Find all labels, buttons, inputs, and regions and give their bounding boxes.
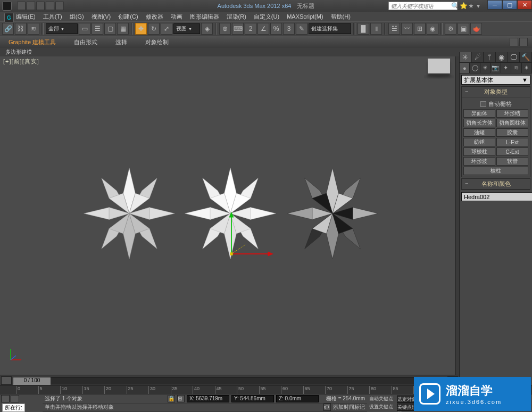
hierarchy-tab-icon[interactable]: ᛘ bbox=[484, 52, 496, 62]
lights-icon[interactable]: ☀ bbox=[480, 63, 491, 73]
utilities-tab-icon[interactable]: 🔨 bbox=[520, 52, 532, 62]
geometry-icon[interactable]: ● bbox=[460, 63, 470, 73]
time-slider-track[interactable]: 0 / 100 bbox=[13, 377, 446, 384]
app-icon[interactable] bbox=[2, 1, 12, 11]
time-slider-handle[interactable]: 0 / 100 bbox=[13, 377, 51, 385]
hose-button[interactable]: 软管 bbox=[496, 157, 528, 166]
rollout-header-object-type[interactable]: 对象类型 bbox=[462, 87, 530, 97]
help-search-input[interactable] bbox=[388, 2, 458, 10]
render-setup-icon[interactable]: ⚙ bbox=[445, 23, 456, 35]
menu-customize[interactable]: 自定义(U) bbox=[254, 13, 279, 21]
signin-icon[interactable]: ⭐ bbox=[460, 2, 467, 10]
modify-tab-icon[interactable]: ☄ bbox=[472, 52, 484, 62]
maxscript-mini-icon[interactable] bbox=[1, 395, 10, 402]
qat-save-icon[interactable] bbox=[36, 2, 45, 10]
oiltank-button[interactable]: 油罐 bbox=[463, 128, 495, 137]
application-menu-icon[interactable]: G bbox=[4, 13, 14, 22]
torus-knot-button[interactable]: 环形结 bbox=[496, 109, 528, 118]
menu-tools[interactable]: 工具(T) bbox=[43, 13, 62, 21]
set-key-button[interactable]: 设置关键点 bbox=[369, 403, 396, 411]
graphite-tab-freeform[interactable]: 自由形式 bbox=[70, 37, 102, 47]
menu-views[interactable]: 视图(V) bbox=[92, 13, 111, 21]
close-button[interactable]: ✕ bbox=[517, 0, 532, 10]
manipulate-icon[interactable]: ⊕ bbox=[219, 23, 231, 35]
ringwave-button[interactable]: 环形波 bbox=[463, 157, 495, 166]
selection-filter-dropdown[interactable]: 全部 bbox=[46, 23, 78, 34]
menu-modifiers[interactable]: 修改器 bbox=[146, 13, 163, 21]
link-icon[interactable]: 🔗 bbox=[2, 23, 14, 35]
menu-help[interactable]: 帮助(H) bbox=[331, 13, 351, 21]
layer-manager-icon[interactable]: ☱ bbox=[388, 23, 400, 35]
select-scale-icon[interactable]: ⤢ bbox=[161, 23, 172, 35]
ribbon-min-icon[interactable] bbox=[519, 38, 528, 46]
material-editor-icon[interactable]: ◉ bbox=[427, 23, 438, 35]
display-tab-icon[interactable]: 🖵 bbox=[508, 52, 520, 62]
edit-named-sel-icon[interactable]: ✎ bbox=[296, 23, 307, 35]
qat-open-icon[interactable] bbox=[27, 2, 35, 10]
render-production-icon[interactable]: 🫖 bbox=[470, 23, 482, 35]
cext-button[interactable]: C-Ext bbox=[496, 147, 528, 156]
z-coord-input[interactable] bbox=[276, 395, 319, 402]
hedra-object-3[interactable] bbox=[282, 163, 383, 264]
motion-tab-icon[interactable]: ◉ bbox=[496, 52, 508, 62]
schematic-view-icon[interactable]: ⊞ bbox=[414, 23, 426, 35]
select-object-icon[interactable]: ▭ bbox=[79, 23, 90, 35]
keyboard-shortcut-icon[interactable]: ⌨ bbox=[232, 23, 244, 35]
viewcube[interactable] bbox=[423, 59, 455, 85]
hedra-button[interactable]: 异面体 bbox=[463, 109, 495, 118]
minimize-button[interactable]: ─ bbox=[487, 0, 502, 10]
graphite-tab-modeling[interactable]: Graphite 建模工具 bbox=[4, 37, 60, 47]
rendered-frame-icon[interactable]: ▣ bbox=[458, 23, 469, 35]
search-icon[interactable]: 🔍 bbox=[451, 2, 459, 10]
pivot-center-icon[interactable]: ◈ bbox=[201, 23, 213, 35]
qat-redo-icon[interactable] bbox=[55, 2, 64, 10]
time-tag-icon[interactable]: 🏷 bbox=[323, 403, 331, 411]
viewport-scrollbar[interactable] bbox=[455, 56, 459, 375]
menu-graph-editors[interactable]: 图形编辑器 bbox=[190, 13, 219, 21]
bind-spacewarp-icon[interactable]: ≋ bbox=[28, 23, 39, 35]
x-coord-input[interactable] bbox=[187, 395, 229, 402]
qat-new-icon[interactable] bbox=[17, 2, 26, 10]
menu-animation[interactable]: 动画 bbox=[171, 13, 182, 21]
spinner-snap-icon[interactable]: 3 bbox=[283, 23, 295, 35]
menu-rendering[interactable]: 渲染(R) bbox=[227, 13, 246, 21]
select-move-icon[interactable]: ✥ bbox=[135, 23, 147, 35]
hedra-object-1[interactable] bbox=[79, 163, 180, 264]
angle-snap-icon[interactable]: ∠ bbox=[257, 23, 269, 35]
rollout-header-name-color[interactable]: 名称和颜色 bbox=[462, 179, 530, 189]
select-rotate-icon[interactable]: ↻ bbox=[148, 23, 160, 35]
named-selection-dropdown[interactable]: 创建选择集 bbox=[309, 23, 351, 34]
listener-icon[interactable] bbox=[11, 395, 19, 402]
lext-button[interactable]: L-Ext bbox=[496, 138, 528, 146]
viewport-label[interactable]: [+][前][真实] bbox=[3, 57, 39, 65]
qat-undo-icon[interactable] bbox=[46, 2, 54, 10]
maximize-button[interactable]: ▢ bbox=[502, 0, 517, 10]
helpers-icon[interactable]: ✦ bbox=[501, 63, 511, 73]
unlink-icon[interactable]: ⛓ bbox=[15, 23, 27, 35]
menu-group[interactable]: 组(G) bbox=[70, 13, 84, 21]
cameras-icon[interactable]: 📷 bbox=[491, 63, 501, 73]
time-config-icon[interactable] bbox=[1, 376, 12, 385]
chamfercyl-button[interactable]: 切角圆柱体 bbox=[496, 119, 528, 127]
autogrid-checkbox[interactable] bbox=[480, 101, 486, 107]
snap-2d-icon[interactable]: 2 bbox=[245, 23, 256, 35]
percent-snap-icon[interactable]: % bbox=[270, 23, 282, 35]
add-time-tag[interactable]: 添加时间标记 bbox=[333, 403, 365, 411]
mirror-icon[interactable]: ▐▌ bbox=[358, 23, 369, 35]
auto-key-button[interactable]: 自动关键点 bbox=[369, 395, 396, 403]
systems-icon[interactable]: ✶ bbox=[522, 63, 532, 73]
chamferbox-button[interactable]: 切角长方体 bbox=[463, 119, 495, 127]
menu-create[interactable]: 创建(C) bbox=[118, 13, 138, 21]
spacewarps-icon[interactable]: ≋ bbox=[511, 63, 521, 73]
menu-edit[interactable]: 编辑(E) bbox=[16, 13, 36, 21]
menu-maxscript[interactable]: MAXScript(M) bbox=[287, 13, 323, 20]
y-coord-input[interactable] bbox=[231, 395, 274, 402]
hedra-object-2-selected[interactable] bbox=[180, 163, 281, 264]
prism-button[interactable]: 棱柱 bbox=[463, 167, 528, 175]
object-name-input[interactable] bbox=[461, 192, 532, 201]
spindle-button[interactable]: 纺锤 bbox=[463, 138, 495, 146]
subcategory-dropdown[interactable]: 扩展基本体▼ bbox=[461, 75, 530, 85]
help-dropdown-icon[interactable]: ▾ bbox=[477, 2, 484, 10]
reference-coord-dropdown[interactable]: 视图 bbox=[173, 23, 200, 34]
gengon-button[interactable]: 球棱柱 bbox=[463, 147, 495, 156]
